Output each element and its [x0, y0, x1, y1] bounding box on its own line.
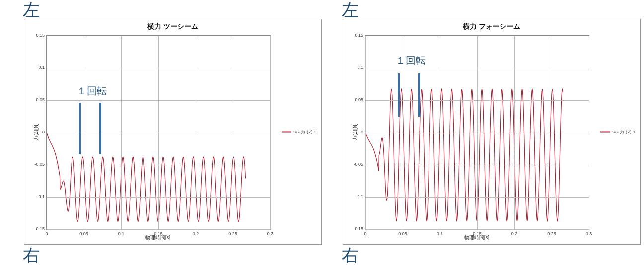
legend-text: SG 力 (Z) 3	[612, 129, 635, 134]
x-tick: 0	[364, 231, 366, 236]
y-tick: -0.05	[29, 162, 45, 167]
y-tick: -0.15	[348, 226, 363, 231]
legend-swatch	[282, 132, 291, 132]
y-tick: -0.1	[348, 194, 363, 199]
annotation-bar	[99, 103, 101, 154]
chart-title: 横力 ツーシーム	[24, 22, 321, 31]
x-tick: 0.2	[511, 231, 518, 236]
y-tick: 0.15	[348, 33, 363, 38]
x-tick: 0.25	[228, 231, 237, 236]
chart-title: 横力 フォーシーム	[343, 22, 640, 31]
y-tick: 0.05	[29, 97, 45, 102]
x-tick: 0.05	[79, 231, 88, 236]
x-tick: 0.3	[267, 231, 274, 236]
y-tick: 0	[29, 130, 45, 134]
legend: SG 力 (Z) 1	[282, 129, 316, 135]
y-tick: 0.1	[29, 65, 45, 70]
chart-frame: 横力 ツーシーム 力(Z)[N] 物理時間[s] SG 力 (Z) 1 -0.1…	[24, 19, 322, 245]
chart-two-seam: 横力 ツーシーム 力(Z)[N] 物理時間[s] SG 力 (Z) 1 -0.1…	[24, 19, 322, 245]
annotation-rotation: １回転	[77, 84, 107, 98]
x-tick: 0.05	[398, 231, 407, 236]
label-right-bottom: 右	[342, 244, 358, 265]
annotation-rotation: １回転	[396, 54, 426, 67]
annotation-bar	[418, 73, 420, 117]
y-tick: -0.05	[348, 162, 363, 167]
label-left-bottom: 右	[23, 244, 40, 265]
legend-swatch	[600, 132, 610, 132]
y-tick: -0.15	[29, 226, 45, 231]
x-tick: 0.25	[547, 231, 556, 236]
y-tick: 0.05	[348, 97, 363, 102]
x-tick: 0.15	[154, 231, 163, 236]
x-tick: 0.1	[118, 231, 125, 236]
y-tick: 0	[348, 130, 363, 134]
x-tick: 0.15	[473, 231, 482, 236]
y-tick: -0.1	[29, 194, 45, 199]
x-tick: 0	[45, 231, 48, 236]
y-tick: 0.1	[348, 65, 363, 70]
y-tick: 0.15	[29, 33, 45, 38]
x-tick: 0.3	[586, 231, 592, 236]
x-tick: 0.2	[193, 231, 199, 236]
legend-text: SG 力 (Z) 1	[293, 129, 316, 134]
legend: SG 力 (Z) 3	[600, 129, 635, 135]
chart-frame: 横力 フォーシーム 力(Z)[N] 物理時間[s] SG 力 (Z) 3 -0.…	[343, 19, 641, 245]
chart-four-seam: 横力 フォーシーム 力(Z)[N] 物理時間[s] SG 力 (Z) 3 -0.…	[343, 19, 641, 245]
annotation-bar	[79, 103, 81, 154]
annotation-bar	[398, 73, 400, 117]
x-tick: 0.1	[437, 231, 443, 236]
